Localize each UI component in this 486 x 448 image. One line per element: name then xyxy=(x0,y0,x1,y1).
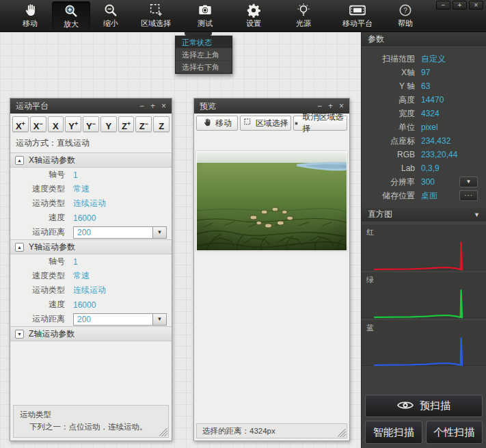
y-axis-section-title: Y轴运动参数 xyxy=(29,241,75,253)
point-coord-value[interactable]: 234,432 xyxy=(421,136,450,146)
unit-value[interactable]: pixel xyxy=(421,122,438,132)
tool-zoom-out[interactable]: 缩小 xyxy=(90,1,131,31)
custom-scan-button[interactable]: 个性扫描 xyxy=(426,421,483,444)
preview-move-button[interactable]: 移动 xyxy=(196,116,238,131)
x-speed-row: 速度 16000 xyxy=(10,211,172,225)
panel-maximize-button[interactable]: + xyxy=(150,98,155,114)
tool-region-select[interactable]: 区域选择 xyxy=(131,1,180,31)
lab-value[interactable]: 0,3,9 xyxy=(421,163,440,173)
region-select-icon xyxy=(243,118,252,129)
window-close-button[interactable]: × xyxy=(469,1,483,10)
prescan-button-label: 预扫描 xyxy=(420,399,450,412)
axis-z-button[interactable]: Z xyxy=(153,116,170,132)
menu-item-select-bottom-right[interactable]: 选择右下角 xyxy=(176,61,232,73)
collapse-icon[interactable]: ▲ xyxy=(15,156,24,165)
tool-settings[interactable]: 设置 xyxy=(230,1,278,31)
tool-move[interactable]: 移动 xyxy=(8,1,52,31)
hand-icon xyxy=(202,118,212,129)
region-select-icon xyxy=(148,3,163,18)
zoom-out-icon xyxy=(103,3,118,18)
axis-z-minus-button[interactable]: Z− xyxy=(135,116,152,132)
x-motion-type-value[interactable]: 连续运动 xyxy=(73,198,106,209)
y-distance-row: 运动距离 200 ▼ xyxy=(10,312,172,326)
tool-zoom-in[interactable]: 放大 xyxy=(52,1,90,31)
x-speed-value[interactable]: 16000 xyxy=(73,213,96,223)
histogram-blue-curve xyxy=(366,334,481,367)
y-axis-number-value[interactable]: 1 xyxy=(73,257,78,267)
tool-test-label: 测试 xyxy=(198,18,213,29)
width-row: 宽度 4324 xyxy=(362,107,486,120)
axis-y-plus-button[interactable]: Y+ xyxy=(65,116,81,132)
histogram-green-label: 绿 xyxy=(366,275,481,285)
scan-range-value[interactable]: 自定义 xyxy=(421,53,446,65)
tool-region-select-label: 区域选择 xyxy=(141,18,171,29)
y-axis-row: Y 轴 63 xyxy=(362,79,486,93)
browse-ellipsis-button[interactable]: ··· xyxy=(459,190,478,201)
histogram-collapse-icon[interactable]: ▼ xyxy=(474,211,480,218)
y-speed-value[interactable]: 16000 xyxy=(73,300,96,310)
preview-panel: 预览 − + × 移动 区域选择 取消区域选择 xyxy=(193,98,350,441)
y-motion-type-value[interactable]: 连续运动 xyxy=(73,285,106,296)
menu-item-normal-state[interactable]: 正常状态 xyxy=(176,36,232,49)
expand-icon[interactable]: ▼ xyxy=(15,330,24,339)
y-axis-section-header[interactable]: ▲ Y轴运动参数 xyxy=(10,239,172,254)
histogram-red-curve xyxy=(366,239,481,272)
storage-location-value[interactable]: 桌面 xyxy=(421,190,437,202)
resize-grip[interactable] xyxy=(338,429,346,437)
smart-scan-button[interactable]: 智能扫描 xyxy=(365,421,422,444)
storage-location-row: 储存位置 桌面 ··· xyxy=(362,189,486,202)
window-maximize-button[interactable]: + xyxy=(453,1,467,10)
resolution-dropdown-button[interactable]: ▼ xyxy=(459,176,478,187)
height-row: 高度 14470 xyxy=(362,93,486,107)
preview-region-select-button[interactable]: 区域选择 xyxy=(240,116,291,131)
tool-light-source[interactable]: 光源 xyxy=(278,1,329,31)
axis-y-button[interactable]: Y xyxy=(100,116,117,132)
y-speed-type-row: 速度类型 常速 xyxy=(10,269,172,283)
motion-mode-text: 运动方式：直线运动 xyxy=(10,135,172,153)
resolution-value[interactable]: 300 xyxy=(421,177,435,187)
x-axis-section-header[interactable]: ▲ X轴运动参数 xyxy=(10,153,172,168)
preview-status-bar: 选择的距离：4324px xyxy=(196,423,347,438)
y-axis-value[interactable]: 63 xyxy=(421,81,430,91)
axis-y-minus-button[interactable]: Y− xyxy=(83,116,99,132)
rgb-value[interactable]: 233,20,44 xyxy=(421,150,457,159)
panel-close-button[interactable]: × xyxy=(161,98,166,114)
motion-footer-hint: 运动类型 下列之一：点位运动，连续运动。 xyxy=(13,405,169,438)
height-value[interactable]: 14470 xyxy=(421,95,444,105)
chevron-down-icon[interactable]: ▼ xyxy=(152,314,166,325)
x-axis-number-value[interactable]: 1 xyxy=(73,170,78,180)
scan-buttons-row: 智能扫描 个性扫描 xyxy=(365,421,483,444)
parameters-panel: 参数 扫描范围 自定义 X轴 97 Y 轴 63 高度 14470 宽度 432… xyxy=(361,32,486,448)
tool-help[interactable]: ? 帮助 xyxy=(386,1,425,31)
y-distance-combobox[interactable]: 200 ▼ xyxy=(73,313,167,326)
x-axis-value[interactable]: 97 xyxy=(421,68,430,77)
tool-test[interactable]: 测试 xyxy=(180,1,230,31)
axis-x-button[interactable]: X xyxy=(48,116,64,132)
menu-item-select-top-left[interactable]: 选择左上角 xyxy=(176,49,232,61)
motion-panel-titlebar: 运动平台 − + × xyxy=(10,98,172,114)
preview-cancel-region-button[interactable]: 取消区域选择 xyxy=(293,116,347,131)
axis-z-plus-button[interactable]: Z+ xyxy=(118,116,135,132)
collapse-icon[interactable]: ▲ xyxy=(15,243,24,252)
y-speed-row: 速度 16000 xyxy=(10,298,172,312)
z-axis-section-header[interactable]: ▼ Z轴运动参数 xyxy=(10,326,172,341)
zoom-in-icon xyxy=(64,3,79,18)
preview-image-viewport[interactable] xyxy=(196,151,347,251)
histogram-green: 绿 xyxy=(362,272,486,318)
x-axis-row: X轴 97 xyxy=(362,66,486,79)
axis-x-minus-button[interactable]: X− xyxy=(30,116,46,132)
width-value[interactable]: 4324 xyxy=(421,109,440,118)
y-speed-type-value[interactable]: 常速 xyxy=(73,270,90,282)
resize-grip[interactable] xyxy=(159,428,167,436)
window-minimize-button[interactable]: − xyxy=(436,1,450,10)
prescan-button[interactable]: 预扫描 xyxy=(365,395,483,417)
axis-x-plus-button[interactable]: X+ xyxy=(12,116,29,132)
tool-motion-platform[interactable]: 移动平台 xyxy=(329,1,386,31)
platform-icon xyxy=(349,3,366,18)
panel-minimize-button[interactable]: − xyxy=(139,98,144,114)
tool-move-label: 移动 xyxy=(23,18,38,29)
x-speed-type-value[interactable]: 常速 xyxy=(73,183,90,195)
x-distance-combobox[interactable]: 200 ▼ xyxy=(73,226,167,239)
chevron-down-icon[interactable]: ▼ xyxy=(152,227,166,238)
x-axis-section-title: X轴运动参数 xyxy=(29,155,75,166)
